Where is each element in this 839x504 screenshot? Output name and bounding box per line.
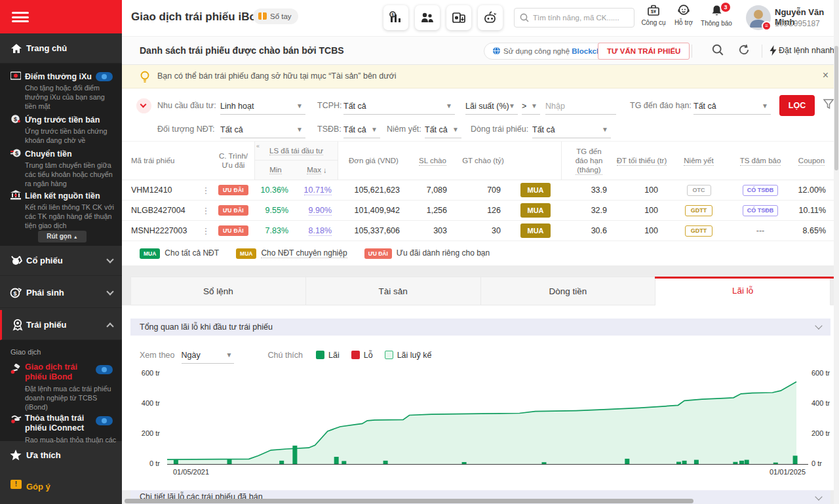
col-header-listing[interactable]: Niêm yết	[667, 142, 730, 180]
tab-order-book[interactable]: Sổ lệnh	[130, 277, 306, 305]
transfer-shortcut-button[interactable]	[446, 5, 471, 30]
clear-filter-icon[interactable]	[823, 99, 834, 109]
investment-need-select[interactable]: Linh hoạt▼	[220, 98, 305, 115]
sidebar: Trang chủ Điểm thưởng iXu Cho tặng hoặc …	[0, 0, 122, 504]
close-icon[interactable]: ×	[823, 69, 829, 81]
sort-desc-icon[interactable]: ↓	[323, 166, 327, 174]
bond-advisory-button[interactable]: TƯ VẤN TRÁI PHIẾU	[598, 43, 690, 60]
col-header-min[interactable]: Min	[255, 161, 296, 180]
issuer-select[interactable]: Tất cả▼	[343, 98, 455, 115]
profit-loss-chart[interactable]	[167, 368, 808, 467]
sidebar-item-bank-link[interactable]: Liên kết nguồn tiền Kết nối liên thông T…	[0, 189, 122, 230]
listing-tag: GDTT	[685, 225, 713, 237]
buy-button[interactable]: MUA	[520, 223, 551, 238]
col-header-maturity[interactable]: TG đến đáo hạn (tháng)	[561, 142, 616, 180]
handshake-icon	[10, 415, 22, 427]
col-header-program[interactable]: C. Trình/ Ưu đãi	[212, 142, 254, 180]
cell-qty: 1,256	[409, 206, 456, 215]
collateral-select[interactable]: Tất cả▼	[343, 121, 380, 138]
collapse-columns-icon[interactable]: «	[256, 143, 260, 149]
view-by-select[interactable]: Ngày▼	[182, 347, 234, 364]
rate-operator-select[interactable]: >▼	[522, 98, 540, 115]
cell-bond-code[interactable]: MSNH2227003	[131, 226, 199, 235]
sidebar-item-ixu[interactable]: Điểm thưởng iXu Cho tặng hoặc đổi điểm t…	[0, 70, 122, 111]
listing-tag: OTC	[687, 185, 711, 196]
cell-bond-code[interactable]: VHM12410	[131, 185, 199, 195]
table-row: VHM12410 ⋮ ƯU ĐÃI 10.36% 10.71% 105,621,…	[122, 180, 839, 201]
sidebar-item-iconnect[interactable]: Thỏa thuận trái phiếu iConnect Rao mua-b…	[0, 414, 122, 444]
sidebar-item-ibond[interactable]: Giao dịch trái phiếu iBond Đặt lệnh mua …	[0, 362, 122, 412]
maturity-select[interactable]: Tất cả▼	[693, 98, 771, 115]
col-header-price[interactable]: Đơn giá (VND)	[338, 142, 409, 180]
sidebar-item-feedback[interactable]: ! Góp ý	[0, 476, 122, 497]
row-menu-icon[interactable]: ⋮	[202, 185, 210, 195]
horizontal-scrollbar[interactable]	[125, 499, 693, 503]
col-header-ls-group[interactable]: LS đã tái đầu tư	[269, 147, 323, 155]
list-header-bar: Danh sách trái phiếu được chào bán bởi T…	[122, 36, 839, 65]
tab-cash-flow[interactable]: Dòng tiền	[481, 277, 656, 305]
sidebar-item-advance[interactable]: $ Ứng trước tiền bán Ứng trước tiền bán …	[0, 113, 122, 145]
sidebar-group-bonds[interactable]: Trái phiếu	[0, 310, 122, 340]
sidebar-item-home[interactable]: Trang chủ	[0, 33, 122, 64]
col-header-qty[interactable]: SL chào	[409, 142, 456, 180]
collapse-button[interactable]: Rút gọn ▲	[38, 231, 87, 242]
sidebar-group-derivatives[interactable]: $ Phái sinh	[0, 278, 122, 308]
global-search[interactable]	[514, 8, 634, 28]
quick-order-button[interactable]: Đặt lệnh nhanh	[779, 46, 834, 55]
cell-min-invest: 100	[616, 226, 667, 235]
page-title: Giao dịch trái phiếu iBond	[131, 10, 270, 24]
col-header-collateral[interactable]: TS đảm bảo	[730, 142, 790, 180]
filter-label: Niêm yết:	[387, 125, 421, 134]
sidebar-item-favorites[interactable]: Ưa thích	[0, 441, 122, 469]
sidebar-group-stocks[interactable]: Cổ phiếu	[0, 246, 122, 276]
money-screens-icon	[452, 11, 465, 24]
support-button[interactable]: Hỗ trợ	[667, 5, 701, 26]
svg-text:$: $	[13, 290, 16, 296]
assistant-shortcut-button[interactable]	[478, 5, 503, 30]
sidebar-item-desc: Đặt lệnh mua các trái phiếu doanh nghiệp…	[25, 384, 117, 412]
sidebar-item-transfer[interactable]: $ Chuyển tiền Trung tâm chuyển tiền giữa…	[0, 147, 122, 188]
bond-table: Mã trái phiếu C. Trình/ Ưu đãi « LS đã t…	[122, 141, 839, 241]
listing-select[interactable]: Tất cả▼	[425, 121, 461, 138]
hamburger-menu-icon[interactable]	[12, 12, 29, 22]
community-shortcut-button[interactable]	[415, 5, 440, 30]
search-input[interactable]	[533, 14, 628, 22]
row-menu-icon[interactable]: ⋮	[202, 226, 210, 236]
col-header-min-invest[interactable]: ĐT tối thiểu (tr)	[616, 142, 667, 180]
rate-value-input[interactable]	[545, 98, 616, 115]
listing-tag: GDTT	[685, 205, 713, 216]
overview-section-header[interactable]: Tổng quan lãi lỗ khi đầu tư trái phiếu	[130, 319, 830, 336]
cumulative-swatch	[385, 351, 393, 359]
tab-profit-loss[interactable]: Lãi lỗ	[655, 277, 830, 305]
cell-bond-code[interactable]: NLGB2427004	[131, 206, 199, 215]
handbook-badge[interactable]: Sổ tay	[253, 9, 298, 24]
buy-button[interactable]: MUA	[520, 183, 551, 197]
refresh-icon[interactable]	[738, 44, 752, 58]
row-menu-icon[interactable]: ⋮	[202, 206, 210, 216]
col-header-max[interactable]: Max ↓	[296, 161, 338, 180]
collapse-filters-button[interactable]	[136, 98, 151, 113]
col-header-value[interactable]: GT chào (tỷ)	[456, 142, 510, 180]
money-chart-shortcut-button[interactable]: $	[383, 5, 408, 30]
scrollbar-thumb[interactable]	[834, 46, 838, 170]
sidebar-home-label: Trang chủ	[26, 43, 67, 53]
bond-line-select[interactable]: Tất cả▼	[532, 121, 611, 138]
search-list-icon[interactable]	[712, 44, 726, 58]
tools-button[interactable]: $¥ Công cụ	[636, 5, 671, 26]
investor-type-select[interactable]: Tất cả▼	[220, 121, 305, 138]
bond-list-card: Nhu cầu đầu tư: Linh hoạt▼ TCPH: Tất cả▼…	[122, 88, 839, 265]
vertical-scrollbar[interactable]	[834, 0, 839, 504]
col-header-coupon[interactable]: Coupon	[790, 142, 832, 180]
tab-assets[interactable]: Tài sản	[306, 277, 481, 305]
x-tick-end: 01/01/2025	[770, 468, 806, 476]
people-icon	[420, 12, 435, 24]
notifications-button[interactable]: 3 Thông báo	[697, 5, 735, 27]
buy-button[interactable]: MUA	[520, 203, 551, 218]
gavel-icon	[10, 364, 22, 377]
collateral-tag: CÓ TSĐB	[743, 205, 779, 216]
top-bar: Giao dịch trái phiếu iBond Sổ tay $ $¥ C…	[122, 0, 839, 36]
rate-type-select[interactable]: Lãi suất (%)▼	[465, 98, 518, 115]
col-header-code[interactable]: Mã trái phiếu	[131, 142, 199, 180]
filter-apply-button[interactable]: LỌC	[779, 95, 815, 116]
legend-label: Chú thích	[268, 351, 303, 360]
